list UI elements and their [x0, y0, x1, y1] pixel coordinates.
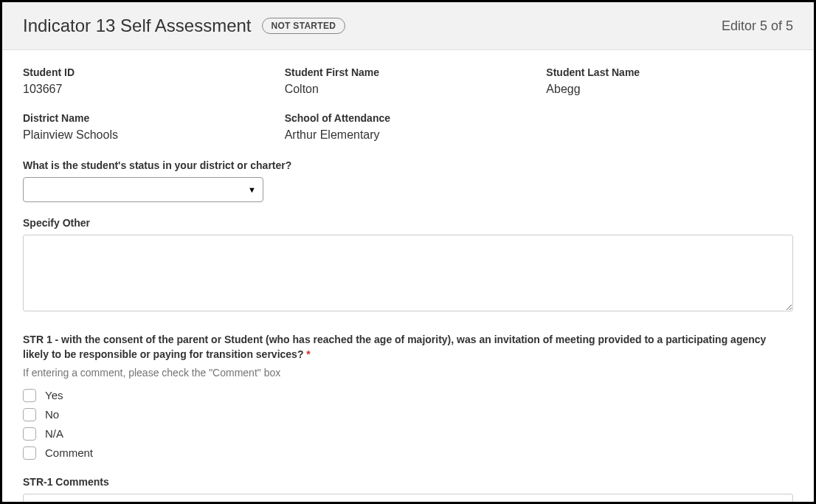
str1-checkbox-group: Yes No N/A Comment	[23, 389, 793, 460]
student-first-name-field: Student First Name Colton	[285, 66, 532, 96]
student-id-field: Student ID 103667	[23, 66, 270, 96]
specify-other-block: Specify Other	[23, 217, 793, 314]
student-last-name-field: Student Last Name Abegg	[546, 66, 793, 96]
required-indicator: *	[306, 348, 310, 360]
editor-count: Editor 5 of 5	[722, 18, 793, 34]
str1-block: STR 1 - with the consent of the parent o…	[23, 332, 793, 504]
str1-question: STR 1 - with the consent of the parent o…	[23, 332, 793, 362]
student-id-label: Student ID	[23, 66, 270, 78]
status-badge: NOT STARTED	[262, 18, 346, 34]
checkbox-row-yes[interactable]: Yes	[23, 389, 793, 402]
str1-helper-text: If entering a comment, please check the …	[23, 367, 793, 379]
student-last-name-label: Student Last Name	[546, 66, 793, 78]
checkbox-yes[interactable]	[23, 389, 36, 402]
district-name-label: District Name	[23, 112, 270, 124]
specify-other-label: Specify Other	[23, 217, 793, 229]
app-frame: Indicator 13 Self Assessment NOT STARTED…	[0, 0, 816, 504]
student-first-name-value: Colton	[285, 83, 532, 96]
checkbox-comment-label: Comment	[45, 446, 93, 459]
checkbox-na-label: N/A	[45, 427, 63, 440]
student-last-name-value: Abegg	[546, 83, 793, 96]
district-name-field: District Name Plainview Schools	[23, 112, 270, 142]
str1-question-text: STR 1 - with the consent of the parent o…	[23, 334, 766, 360]
school-label: School of Attendance	[285, 112, 532, 124]
status-question-label: What is the student's status in your dis…	[23, 159, 793, 171]
student-info-grid: Student ID 103667 Student First Name Col…	[23, 66, 793, 142]
specify-other-textarea[interactable]	[23, 235, 793, 311]
header-left: Indicator 13 Self Assessment NOT STARTED	[23, 15, 345, 36]
school-value: Arthur Elementary	[285, 128, 532, 142]
checkbox-no-label: No	[45, 408, 59, 421]
student-id-value: 103667	[23, 83, 270, 96]
status-select[interactable]	[23, 177, 263, 202]
school-field: School of Attendance Arthur Elementary	[285, 112, 532, 142]
checkbox-row-comment[interactable]: Comment	[23, 446, 793, 460]
content-area: Student ID 103667 Student First Name Col…	[2, 50, 814, 504]
checkbox-comment[interactable]	[23, 446, 36, 460]
district-name-value: Plainview Schools	[23, 128, 270, 142]
page-title: Indicator 13 Self Assessment	[23, 15, 252, 36]
checkbox-row-na[interactable]: N/A	[23, 427, 793, 441]
status-select-wrap: ▼	[23, 177, 263, 202]
str1-comments-label: STR-1 Comments	[23, 476, 793, 488]
checkbox-yes-label: Yes	[45, 389, 63, 401]
status-question-block: What is the student's status in your dis…	[23, 159, 793, 202]
str1-comments-input[interactable]	[23, 494, 793, 504]
empty-cell	[546, 112, 793, 142]
header-bar: Indicator 13 Self Assessment NOT STARTED…	[2, 2, 814, 50]
checkbox-row-no[interactable]: No	[23, 408, 793, 421]
student-first-name-label: Student First Name	[285, 66, 532, 78]
checkbox-na[interactable]	[23, 427, 36, 441]
checkbox-no[interactable]	[23, 408, 36, 421]
